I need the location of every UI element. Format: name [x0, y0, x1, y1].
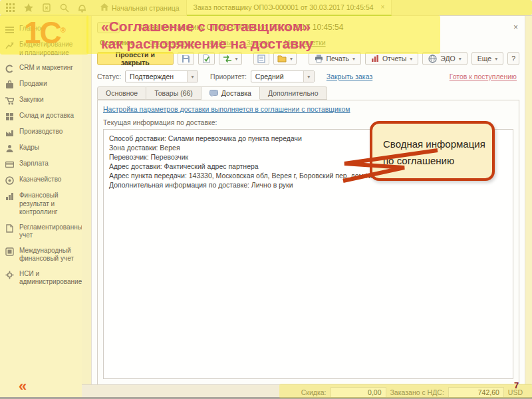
tab-purchase-order-label: Заказ поставщику ОП0Э-000001 от 30.03.20…	[194, 3, 374, 11]
sidebar-item-warehouse[interactable]: Склад и доставка	[4, 108, 79, 124]
help-button[interactable]: ?	[507, 52, 519, 65]
tab-home[interactable]: Начальная страница	[94, 0, 187, 16]
section-sidebar: Главное Бюджетирование и планирование CR…	[0, 16, 82, 399]
nav-link-files[interactable]: Файлы	[209, 39, 231, 47]
priority-dropdown[interactable]: Средний▾	[251, 70, 315, 82]
sidebar-item-label: Международный финансовый учет	[19, 247, 78, 263]
nav-link-notes[interactable]: Мои заметки	[284, 39, 325, 47]
ready-for-receipt-link[interactable]: Готов к поступлению	[450, 72, 519, 80]
edo-button[interactable]: ЭДО▾	[422, 52, 467, 65]
search-icon[interactable]	[59, 3, 69, 13]
caret-icon: ▾	[352, 56, 355, 62]
callout-zigzag-arrow	[340, 146, 440, 184]
tab-goods[interactable]: Товары (66)	[146, 86, 201, 100]
dropdown-arrow-icon[interactable]: ▾	[187, 71, 198, 82]
favorites-star-icon[interactable]	[23, 3, 33, 13]
callout-summary-info: Сводная информация по соглашению	[370, 121, 495, 181]
form-title: Заказ поставщику ОП0Э-000001 от 30.03.20…	[138, 23, 344, 32]
top-toolbar: Начальная страница Заказ поставщику ОП0Э…	[0, 0, 532, 16]
reports-button[interactable]: Отчеты▾	[365, 52, 418, 65]
notifications-bell-icon[interactable]	[77, 3, 87, 13]
status-dropdown[interactable]: Подтвержден▾	[125, 70, 198, 82]
caret-icon: ▾	[290, 56, 293, 62]
ordered-value-field: 742,60	[448, 387, 504, 398]
status-label: Статус:	[97, 72, 121, 80]
back-button[interactable]: ←	[97, 22, 120, 33]
sidebar-item-label: Закупки	[19, 96, 43, 104]
form-close-icon[interactable]: ×	[513, 23, 519, 32]
save-button[interactable]	[178, 52, 194, 65]
delivery-info-line: Дополнительная информация по доставке: Л…	[109, 180, 507, 190]
tab-purchase-order[interactable]: Заказ поставщику ОП0Э-000001 от 30.03.20…	[187, 0, 392, 16]
sidebar-item-label: Зарплата	[19, 160, 49, 168]
sidebar-item-sales[interactable]: Продажи	[4, 76, 79, 92]
favorite-star-icon[interactable]: ☆	[125, 23, 132, 32]
sidebar-item-label: Кадры	[19, 144, 39, 152]
more-button[interactable]: Еще▾	[471, 52, 503, 65]
form-tabs: Основное Товары (66) Доставка Дополнител…	[97, 85, 519, 100]
dropdown-arrow-icon[interactable]: ▾	[303, 71, 314, 82]
create-based-on-button[interactable]: ▾	[219, 52, 242, 65]
form-header: ← ☆ Заказ поставщику ОП0Э-000001 от 30.0…	[97, 19, 519, 36]
slide-flourish-mark: «	[19, 378, 27, 395]
close-order-link[interactable]: Закрыть заказ	[327, 72, 372, 80]
caret-icon: ▾	[410, 56, 412, 62]
sidebar-item-label: Продажи	[19, 80, 47, 88]
attachments-button[interactable]: ▾	[273, 52, 297, 65]
caret-icon: ▾	[459, 56, 462, 62]
sidebar-item-label: Производство	[19, 128, 63, 136]
sidebar-item-regulated[interactable]: Регламентированный учет	[4, 220, 79, 243]
history-icon[interactable]	[41, 3, 51, 13]
tab-additional[interactable]: Дополнительно	[260, 86, 327, 100]
tab-delivery[interactable]: Доставка	[201, 86, 260, 100]
sidebar-item-admin[interactable]: НСИ и администрирование	[4, 267, 79, 290]
form-toolbar: Провести и закрыть ▾ ▾ Печать▾ Отчеты▾ Э…	[97, 49, 519, 68]
home-icon	[100, 3, 108, 12]
tab-home-label: Начальная страница	[112, 4, 180, 12]
tab-main[interactable]: Основное	[97, 86, 146, 100]
caret-icon: ▾	[495, 56, 497, 62]
main-area: ← ☆ Заказ поставщику ОП0Э-000001 от 30.0…	[82, 16, 532, 399]
tab-close-icon[interactable]: ×	[381, 3, 385, 11]
status-row: Статус: Подтвержден▾ Приоритет: Средний▾…	[97, 68, 519, 85]
sidebar-item-label: Казначейство	[19, 176, 61, 184]
priority-label: Приоритет:	[210, 72, 247, 80]
nav-link-main[interactable]: Основное	[100, 39, 134, 47]
caret-icon: ▾	[235, 56, 238, 62]
print-label: Печать	[327, 55, 349, 63]
delivery-bubble-icon	[209, 90, 218, 97]
app-window: Начальная страница Заказ поставщику ОП0Э…	[0, 0, 532, 399]
nav-link-tasks[interactable]: Задачи	[246, 39, 269, 47]
form-nav-links: Основное Согласование Файлы Задачи Мои з…	[97, 36, 519, 49]
sidebar-item-label: CRM и маркетинг	[19, 64, 73, 72]
post-document-button[interactable]	[198, 52, 215, 65]
discount-label: Скидка:	[301, 388, 327, 396]
purchase-order-form: ← ☆ Заказ поставщику ОП0Э-000001 от 30.0…	[91, 16, 525, 384]
sidebar-item-label: Регламентированный учет	[19, 223, 86, 240]
sidebar-item-payroll[interactable]: Зарплата	[4, 156, 79, 172]
sidebar-item-finresult[interactable]: Финансовый результат и контроллинг	[4, 188, 79, 220]
1c-logo: 1С®	[24, 17, 66, 48]
document-structure-button[interactable]	[253, 52, 269, 65]
delivery-settings-link[interactable]: Настройка параметров доставки выполняетс…	[103, 105, 513, 113]
sidebar-item-purchasing[interactable]: Закупки	[4, 92, 79, 108]
sidebar-item-production[interactable]: Производство	[4, 124, 79, 140]
ordered-label: Заказано с НДС:	[390, 388, 444, 396]
nav-link-approval[interactable]: Согласование	[149, 39, 195, 47]
sidebar-item-crm[interactable]: CRM и маркетинг	[4, 61, 79, 76]
reports-label: Отчеты	[382, 55, 406, 63]
slide-page-number: 7	[514, 380, 519, 390]
sidebar-item-label: Склад и доставка	[19, 112, 74, 120]
edo-label: ЭДО	[440, 55, 455, 63]
menu-grid-icon[interactable]	[5, 3, 15, 13]
discount-value-field: 0,00	[331, 387, 386, 398]
sidebar-item-intl-finance[interactable]: Международный финансовый учет	[4, 243, 79, 267]
priority-value: Средний	[251, 71, 288, 82]
sidebar-item-label: Финансовый результат и контроллинг	[19, 192, 78, 217]
print-button[interactable]: Печать▾	[309, 52, 361, 65]
status-value: Подтвержден	[126, 71, 178, 82]
sidebar-item-label: НСИ и администрирование	[19, 270, 82, 287]
sidebar-item-treasury[interactable]: Казначейство	[4, 172, 79, 188]
sidebar-item-hr[interactable]: Кадры	[4, 140, 79, 156]
post-and-close-button[interactable]: Провести и закрыть	[97, 52, 174, 65]
